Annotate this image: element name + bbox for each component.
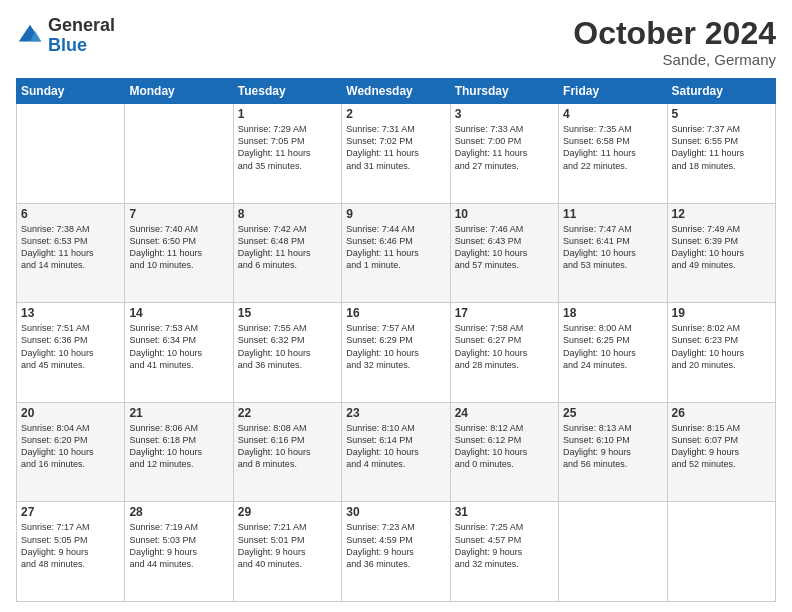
calendar-cell: 7Sunrise: 7:40 AM Sunset: 6:50 PM Daylig…	[125, 203, 233, 303]
day-number: 1	[238, 107, 337, 121]
calendar-page: General Blue October 2024 Sande, Germany…	[0, 0, 792, 612]
day-info: Sunrise: 7:40 AM Sunset: 6:50 PM Dayligh…	[129, 223, 228, 272]
calendar-cell: 23Sunrise: 8:10 AM Sunset: 6:14 PM Dayli…	[342, 402, 450, 502]
calendar-cell	[125, 104, 233, 204]
calendar-cell: 22Sunrise: 8:08 AM Sunset: 6:16 PM Dayli…	[233, 402, 341, 502]
location: Sande, Germany	[573, 51, 776, 68]
calendar-cell: 3Sunrise: 7:33 AM Sunset: 7:00 PM Daylig…	[450, 104, 558, 204]
weekday-header-monday: Monday	[125, 79, 233, 104]
day-info: Sunrise: 8:10 AM Sunset: 6:14 PM Dayligh…	[346, 422, 445, 471]
day-number: 2	[346, 107, 445, 121]
day-number: 16	[346, 306, 445, 320]
weekday-header-friday: Friday	[559, 79, 667, 104]
day-info: Sunrise: 7:37 AM Sunset: 6:55 PM Dayligh…	[672, 123, 771, 172]
day-number: 23	[346, 406, 445, 420]
logo: General Blue	[16, 16, 115, 56]
title-block: October 2024 Sande, Germany	[573, 16, 776, 68]
week-row-1: 1Sunrise: 7:29 AM Sunset: 7:05 PM Daylig…	[17, 104, 776, 204]
day-number: 27	[21, 505, 120, 519]
logo-icon	[16, 22, 44, 50]
day-info: Sunrise: 7:57 AM Sunset: 6:29 PM Dayligh…	[346, 322, 445, 371]
calendar-cell: 26Sunrise: 8:15 AM Sunset: 6:07 PM Dayli…	[667, 402, 775, 502]
day-info: Sunrise: 7:25 AM Sunset: 4:57 PM Dayligh…	[455, 521, 554, 570]
calendar-cell: 15Sunrise: 7:55 AM Sunset: 6:32 PM Dayli…	[233, 303, 341, 403]
day-info: Sunrise: 7:38 AM Sunset: 6:53 PM Dayligh…	[21, 223, 120, 272]
day-info: Sunrise: 8:04 AM Sunset: 6:20 PM Dayligh…	[21, 422, 120, 471]
day-number: 19	[672, 306, 771, 320]
day-number: 20	[21, 406, 120, 420]
day-info: Sunrise: 8:12 AM Sunset: 6:12 PM Dayligh…	[455, 422, 554, 471]
day-number: 30	[346, 505, 445, 519]
calendar-cell	[17, 104, 125, 204]
day-info: Sunrise: 7:55 AM Sunset: 6:32 PM Dayligh…	[238, 322, 337, 371]
calendar-cell: 30Sunrise: 7:23 AM Sunset: 4:59 PM Dayli…	[342, 502, 450, 602]
calendar-cell: 14Sunrise: 7:53 AM Sunset: 6:34 PM Dayli…	[125, 303, 233, 403]
day-number: 3	[455, 107, 554, 121]
calendar-cell: 31Sunrise: 7:25 AM Sunset: 4:57 PM Dayli…	[450, 502, 558, 602]
day-number: 4	[563, 107, 662, 121]
calendar-cell: 20Sunrise: 8:04 AM Sunset: 6:20 PM Dayli…	[17, 402, 125, 502]
weekday-header-saturday: Saturday	[667, 79, 775, 104]
calendar-cell: 6Sunrise: 7:38 AM Sunset: 6:53 PM Daylig…	[17, 203, 125, 303]
day-info: Sunrise: 8:08 AM Sunset: 6:16 PM Dayligh…	[238, 422, 337, 471]
calendar-cell: 12Sunrise: 7:49 AM Sunset: 6:39 PM Dayli…	[667, 203, 775, 303]
day-info: Sunrise: 7:21 AM Sunset: 5:01 PM Dayligh…	[238, 521, 337, 570]
day-number: 12	[672, 207, 771, 221]
day-info: Sunrise: 8:06 AM Sunset: 6:18 PM Dayligh…	[129, 422, 228, 471]
day-info: Sunrise: 7:47 AM Sunset: 6:41 PM Dayligh…	[563, 223, 662, 272]
weekday-header-thursday: Thursday	[450, 79, 558, 104]
day-number: 17	[455, 306, 554, 320]
day-number: 21	[129, 406, 228, 420]
calendar-cell	[667, 502, 775, 602]
calendar-cell: 4Sunrise: 7:35 AM Sunset: 6:58 PM Daylig…	[559, 104, 667, 204]
day-info: Sunrise: 8:13 AM Sunset: 6:10 PM Dayligh…	[563, 422, 662, 471]
day-info: Sunrise: 7:19 AM Sunset: 5:03 PM Dayligh…	[129, 521, 228, 570]
day-info: Sunrise: 8:00 AM Sunset: 6:25 PM Dayligh…	[563, 322, 662, 371]
calendar-cell: 28Sunrise: 7:19 AM Sunset: 5:03 PM Dayli…	[125, 502, 233, 602]
week-row-5: 27Sunrise: 7:17 AM Sunset: 5:05 PM Dayli…	[17, 502, 776, 602]
calendar-table: SundayMondayTuesdayWednesdayThursdayFrid…	[16, 78, 776, 602]
day-number: 29	[238, 505, 337, 519]
calendar-cell: 13Sunrise: 7:51 AM Sunset: 6:36 PM Dayli…	[17, 303, 125, 403]
day-info: Sunrise: 7:42 AM Sunset: 6:48 PM Dayligh…	[238, 223, 337, 272]
day-number: 6	[21, 207, 120, 221]
day-number: 18	[563, 306, 662, 320]
day-number: 13	[21, 306, 120, 320]
day-info: Sunrise: 7:49 AM Sunset: 6:39 PM Dayligh…	[672, 223, 771, 272]
day-info: Sunrise: 7:31 AM Sunset: 7:02 PM Dayligh…	[346, 123, 445, 172]
day-number: 7	[129, 207, 228, 221]
day-number: 24	[455, 406, 554, 420]
calendar-cell: 16Sunrise: 7:57 AM Sunset: 6:29 PM Dayli…	[342, 303, 450, 403]
calendar-cell: 21Sunrise: 8:06 AM Sunset: 6:18 PM Dayli…	[125, 402, 233, 502]
month-title: October 2024	[573, 16, 776, 51]
day-number: 10	[455, 207, 554, 221]
weekday-header-sunday: Sunday	[17, 79, 125, 104]
day-number: 26	[672, 406, 771, 420]
day-info: Sunrise: 7:29 AM Sunset: 7:05 PM Dayligh…	[238, 123, 337, 172]
week-row-3: 13Sunrise: 7:51 AM Sunset: 6:36 PM Dayli…	[17, 303, 776, 403]
day-info: Sunrise: 7:44 AM Sunset: 6:46 PM Dayligh…	[346, 223, 445, 272]
page-header: General Blue October 2024 Sande, Germany	[16, 16, 776, 68]
calendar-cell: 2Sunrise: 7:31 AM Sunset: 7:02 PM Daylig…	[342, 104, 450, 204]
day-number: 28	[129, 505, 228, 519]
day-info: Sunrise: 7:53 AM Sunset: 6:34 PM Dayligh…	[129, 322, 228, 371]
day-number: 31	[455, 505, 554, 519]
day-number: 5	[672, 107, 771, 121]
day-info: Sunrise: 7:23 AM Sunset: 4:59 PM Dayligh…	[346, 521, 445, 570]
calendar-cell: 10Sunrise: 7:46 AM Sunset: 6:43 PM Dayli…	[450, 203, 558, 303]
calendar-cell: 1Sunrise: 7:29 AM Sunset: 7:05 PM Daylig…	[233, 104, 341, 204]
day-number: 11	[563, 207, 662, 221]
day-number: 8	[238, 207, 337, 221]
calendar-cell: 8Sunrise: 7:42 AM Sunset: 6:48 PM Daylig…	[233, 203, 341, 303]
day-info: Sunrise: 7:33 AM Sunset: 7:00 PM Dayligh…	[455, 123, 554, 172]
calendar-cell: 27Sunrise: 7:17 AM Sunset: 5:05 PM Dayli…	[17, 502, 125, 602]
day-info: Sunrise: 7:17 AM Sunset: 5:05 PM Dayligh…	[21, 521, 120, 570]
day-number: 22	[238, 406, 337, 420]
calendar-cell	[559, 502, 667, 602]
calendar-cell: 11Sunrise: 7:47 AM Sunset: 6:41 PM Dayli…	[559, 203, 667, 303]
day-info: Sunrise: 7:58 AM Sunset: 6:27 PM Dayligh…	[455, 322, 554, 371]
logo-general-text: General	[48, 15, 115, 35]
day-number: 15	[238, 306, 337, 320]
calendar-cell: 9Sunrise: 7:44 AM Sunset: 6:46 PM Daylig…	[342, 203, 450, 303]
day-info: Sunrise: 8:02 AM Sunset: 6:23 PM Dayligh…	[672, 322, 771, 371]
